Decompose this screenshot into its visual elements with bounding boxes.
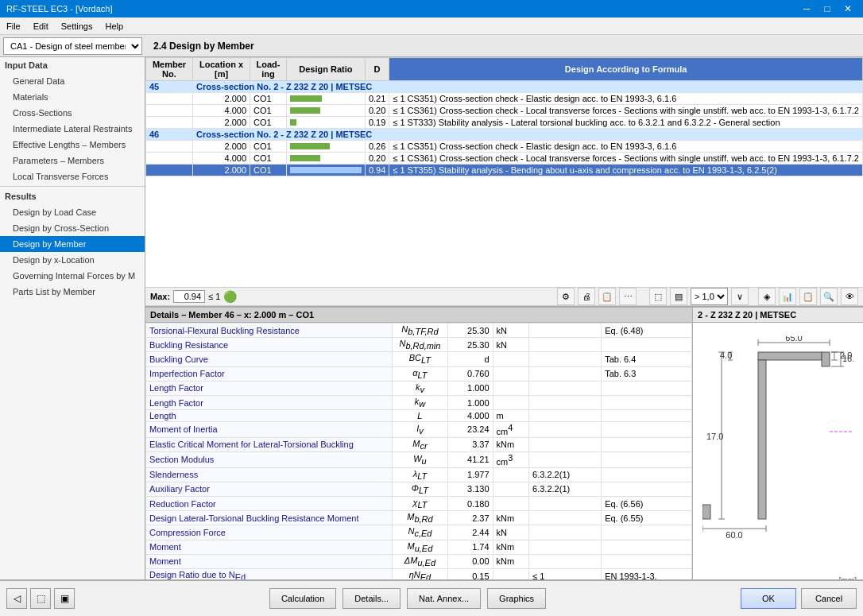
toolbar-btn-3[interactable]: 📋 xyxy=(598,288,616,305)
sidebar-item-design-member[interactable]: Design by Member xyxy=(0,236,145,252)
table-row[interactable]: 2.000 CO1 0.21 ≤ 1 CS351) Cross-section … xyxy=(146,93,863,105)
dt-val-7: 4.000 xyxy=(447,410,493,422)
bottom-center-buttons: Calculation Details... Nat. Annex... Gra… xyxy=(79,588,736,609)
cell-ratio-val: 0.20 xyxy=(365,153,389,165)
dt-eq-17 xyxy=(602,554,692,568)
dt-name-7: Length xyxy=(146,410,393,422)
dt-eq-8 xyxy=(602,422,692,438)
svg-text:60.0: 60.0 xyxy=(726,530,742,540)
details-row: Section Modulus Wu 41.21 cm3 xyxy=(146,451,692,467)
bottom-icon-btn-2[interactable]: ⬚ xyxy=(30,588,51,609)
sidebar-item-effective-lengths[interactable]: Effective Lengths – Members xyxy=(0,137,145,153)
calculation-button[interactable]: Calculation xyxy=(269,588,336,609)
menu-file[interactable]: File xyxy=(0,17,27,34)
table-row[interactable]: 4.000 CO1 0.20 ≤ 1 CS361) Cross-section … xyxy=(146,105,863,117)
toolbar-btn-8[interactable]: ◈ xyxy=(758,288,776,305)
sidebar-item-materials[interactable]: Materials xyxy=(0,89,145,105)
toolbar-btn-4[interactable]: ⋯ xyxy=(619,288,637,305)
bottom-icon-btn-1[interactable]: ◁ xyxy=(6,588,27,609)
details-row: Moment of Inertia Iv 23.24 cm4 xyxy=(146,422,692,438)
dt-ref-6 xyxy=(529,395,602,409)
sidebar-item-parts-list[interactable]: Parts List by Member xyxy=(0,284,145,300)
dt-unit-3 xyxy=(493,352,529,366)
details-table-container[interactable]: Torsional-Flexural Buckling Resistance N… xyxy=(145,323,692,579)
menu-edit[interactable]: Edit xyxy=(27,17,55,34)
toolbar-btn-eye[interactable]: 👁 xyxy=(841,288,858,305)
dt-val-14: 2.37 xyxy=(447,511,493,525)
dt-eq-5 xyxy=(602,381,692,395)
dt-unit-10: cm3 xyxy=(493,451,529,467)
max-value: 0.94 xyxy=(173,290,205,303)
details-row: Design Ratio due to NEd ηNEd 0.15 ≤ 1 EN… xyxy=(146,568,692,579)
sidebar-item-design-cross-section[interactable]: Design by Cross-Section xyxy=(0,220,145,236)
cancel-button[interactable]: Cancel xyxy=(801,588,857,609)
table-row-selected[interactable]: 2.000 CO1 0.94 ≤ 1 ST355) Stability anal… xyxy=(146,165,863,176)
dt-eq-9 xyxy=(602,437,692,451)
dt-name-13: Reduction Factor xyxy=(146,497,393,511)
graphics-button[interactable]: Graphics xyxy=(487,588,546,609)
toolbar-btn-11[interactable]: 🔍 xyxy=(820,288,838,305)
details-row: Length L 4.000 m xyxy=(146,410,692,422)
toolbar-btn-2[interactable]: 🖨 xyxy=(578,288,595,305)
menu-settings[interactable]: Settings xyxy=(55,17,99,34)
cell-loading: CO1 xyxy=(250,153,287,165)
toolbar-btn-7[interactable]: ∨ xyxy=(731,288,749,305)
dt-ref-13 xyxy=(529,497,602,511)
bottom-icon-btn-3[interactable]: ▣ xyxy=(54,588,75,609)
dt-eq-18: EN 1993-1-3, xyxy=(602,568,692,579)
dt-sym-3: BCLT xyxy=(393,352,447,366)
dt-name-10: Section Modulus xyxy=(146,451,393,467)
table-row[interactable]: 4.000 CO1 0.20 ≤ 1 CS361) Cross-section … xyxy=(146,153,863,165)
cell-ratio-bar xyxy=(286,93,365,105)
dt-eq-14: Eq. (6.55) xyxy=(602,511,692,525)
filter-dropdown[interactable]: > 1,0 xyxy=(691,288,728,305)
toolbar-btn-9[interactable]: 📊 xyxy=(779,288,796,305)
dt-name-8: Moment of Inertia xyxy=(146,422,393,438)
case-dropdown[interactable]: CA1 - Design of steel members xyxy=(3,37,142,55)
dt-ref-11: 6.3.2.2(1) xyxy=(529,467,602,482)
sidebar-item-intermediate-lateral[interactable]: Intermediate Lateral Restraints xyxy=(0,121,145,137)
dt-name-6: Length Factor xyxy=(146,395,393,409)
dt-name-3: Buckling Curve xyxy=(146,352,393,366)
details-table: Torsional-Flexural Buckling Resistance N… xyxy=(145,323,692,579)
sidebar-item-governing-internal[interactable]: Governing Internal Forces by M xyxy=(0,268,145,284)
details-button[interactable]: Details... xyxy=(342,588,401,609)
table-row[interactable]: 2.000 CO1 0.26 ≤ 1 CS351) Cross-section … xyxy=(146,141,863,153)
menu-help[interactable]: Help xyxy=(99,17,130,34)
dt-eq-4: Tab. 6.3 xyxy=(602,366,692,381)
sidebar-item-cross-sections[interactable]: Cross-Sections xyxy=(0,105,145,121)
dt-unit-7: m xyxy=(493,410,529,422)
close-button[interactable]: ✕ xyxy=(839,0,857,17)
dt-val-16: 1.74 xyxy=(447,540,493,554)
dt-eq-7 xyxy=(602,410,692,422)
section-header-45: 45 Cross-section No. 2 - Z 232 Z 20 | ME… xyxy=(146,81,863,93)
toolbar-btn-6[interactable]: ▤ xyxy=(670,288,687,305)
dt-val-15: 2.44 xyxy=(447,525,493,540)
toolbar-btn-5[interactable]: ⬚ xyxy=(649,288,667,305)
table-row[interactable]: 2.000 CO1 0.19 ≤ 1 ST333) Stability anal… xyxy=(146,117,863,129)
maximize-button[interactable]: □ xyxy=(818,0,836,17)
toolbar-btn-1[interactable]: ⚙ xyxy=(557,288,575,305)
sidebar-item-parameters-members[interactable]: Parameters – Members xyxy=(0,153,145,169)
cell-ratio-val: 0.20 xyxy=(365,105,389,117)
dt-val-5: 1.000 xyxy=(447,381,493,395)
sidebar-item-local-transverse[interactable]: Local Transverse Forces xyxy=(0,169,145,184)
toolbar-btn-10[interactable]: 📋 xyxy=(799,288,817,305)
dt-eq-3: Tab. 6.4 xyxy=(602,352,692,366)
sidebar-item-design-x-location[interactable]: Design by x-Location xyxy=(0,252,145,268)
nat-annex-button[interactable]: Nat. Annex... xyxy=(407,588,481,609)
cell-ratio-bar xyxy=(286,165,365,176)
cell-loading: CO1 xyxy=(250,93,287,105)
sidebar-item-general-data[interactable]: General Data xyxy=(0,73,145,89)
ok-button[interactable]: OK xyxy=(741,588,796,609)
cell-member xyxy=(146,117,193,129)
dt-unit-15: kN xyxy=(493,525,529,540)
minimize-button[interactable]: ─ xyxy=(798,0,815,17)
dt-name-5: Length Factor xyxy=(146,381,393,395)
svg-text:65.0: 65.0 xyxy=(785,336,802,343)
results-table-container[interactable]: Member No. Location x [m] Load-ing Desig… xyxy=(145,57,863,288)
details-area: Details – Member 46 – x: 2.000 m – CO1 T… xyxy=(145,306,863,579)
sidebar-item-design-load-case[interactable]: Design by Load Case xyxy=(0,204,145,220)
main-panel: Member No. Location x [m] Load-ing Desig… xyxy=(145,57,863,579)
dt-eq-2 xyxy=(602,338,692,352)
